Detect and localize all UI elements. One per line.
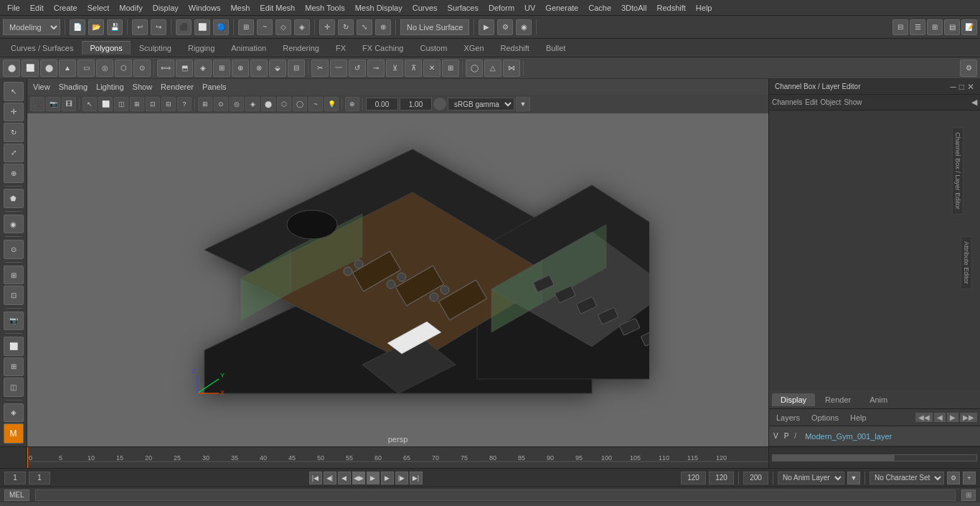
shelf-combine[interactable]: ⊕ [232,60,249,77]
channel-box-side-tab[interactable]: Channel Box / Layer Editor [952,127,963,215]
menu-mesh-display[interactable]: Mesh Display [351,2,407,14]
live-surface-btn[interactable]: No Live Surface [400,19,469,35]
tab-xgen[interactable]: XGen [456,41,491,55]
undo-btn[interactable]: ↩ [132,19,148,35]
vp-gamma-select[interactable]: sRGB gamma [448,98,514,111]
snapshot-btn[interactable]: ⬜ [4,337,24,356]
options-sub-tab[interactable]: Options [807,412,843,423]
move-tool-btn[interactable]: ✛ [319,19,335,35]
current-frame-input[interactable] [29,472,50,484]
tab-polygons[interactable]: Polygons [82,41,130,55]
prev-frame-btn[interactable]: ◀ [338,472,351,484]
shelf-fill-hole[interactable]: ⬙ [269,60,286,77]
scale-tool-btn[interactable]: ⤡ [357,19,372,35]
menu-create[interactable]: Create [50,2,82,14]
tab-custom[interactable]: Custom [413,41,456,55]
shelf-append-poly[interactable]: ⊞ [442,60,459,77]
shelf-collapse[interactable]: ⊻ [386,60,403,77]
vp-menu-renderer[interactable]: Renderer [161,83,194,91]
tab-rendering[interactable]: Rendering [275,41,327,55]
shelf-smooth[interactable]: ◯ [466,60,483,77]
vp-menu-panels[interactable]: Panels [202,83,227,91]
show-tab[interactable]: Show [844,98,862,106]
render-btn[interactable]: ▶ [479,19,494,35]
timeline-scrollbar[interactable] [772,454,977,462]
tab-curves-surfaces[interactable]: Curves / Surfaces [3,41,81,55]
rotate-mode-btn[interactable]: ↻ [4,123,24,142]
shelf-edge-flow[interactable]: 〰 [330,60,347,77]
tab-fx-caching[interactable]: FX Caching [354,41,411,55]
vp-cam2-btn[interactable]: 📷 [46,97,60,111]
timeline-ruler[interactable]: 0 5 10 15 20 25 30 35 40 45 50 55 60 65 … [27,447,768,468]
menu-mesh[interactable]: Mesh [226,2,254,14]
ui-layout-btn[interactable]: ⊟ [892,19,908,35]
vp-grid-btn[interactable]: ⊞ [198,97,212,111]
rp-maximize-btn[interactable]: □ [959,82,964,92]
quick-sel-btn[interactable]: ◈ [4,403,24,423]
shelf-merge-vert[interactable]: ⊼ [405,60,422,77]
char-set-dropdown[interactable]: No Character Set [870,472,944,484]
menu-3dtoall[interactable]: 3DtoAll [617,2,651,14]
prev-key-btn[interactable]: ◀| [324,472,336,484]
script-editor-btn[interactable]: 📝 [961,19,977,35]
grid-btn[interactable]: ⊞ [4,357,24,377]
tab-sculpting[interactable]: Sculpting [131,41,179,55]
shelf-cube[interactable]: ⬜ [22,60,39,77]
menu-deform[interactable]: Deform [484,2,519,14]
render-settings-btn[interactable]: ⚙ [497,19,513,35]
vp-color-mode-btn[interactable] [433,98,446,111]
menu-modify[interactable]: Modify [115,2,146,14]
shelf-cylinder[interactable]: ⬤ [40,60,57,77]
shelf-boolean[interactable]: ⊟ [288,60,305,77]
play-back-btn[interactable]: ◀▶ [352,472,365,484]
layer-nav-fwd[interactable]: ▶▶ [960,413,977,422]
vp-sel4-btn[interactable]: ⊞ [130,97,144,111]
mel-tag[interactable]: MEL [4,489,29,501]
shelf-torus[interactable]: ◎ [96,60,113,77]
universal-mode-btn[interactable]: ⊕ [4,164,24,183]
menu-uv[interactable]: UV [520,2,540,14]
open-scene-btn[interactable]: 📂 [88,19,104,35]
anim-layer-dropdown[interactable]: No Anim Layer [778,472,844,484]
go-start-btn[interactable]: |◀ [309,472,322,484]
vp-menu-lighting[interactable]: Lighting [96,83,124,91]
end-frame-input[interactable] [709,472,734,484]
shelf-separate[interactable]: ⊗ [250,60,268,77]
vp-sel3-btn[interactable]: ◫ [114,97,128,111]
save-scene-btn[interactable]: 💾 [107,19,123,35]
shelf-retopo[interactable]: ⋈ [503,60,520,77]
vp-menu-shading[interactable]: Shading [59,83,88,91]
vp-iso-btn[interactable]: ⊕ [345,97,359,111]
shelf-cone[interactable]: ▲ [59,60,76,77]
layer-nav-back[interactable]: ◀◀ [915,413,933,422]
redo-btn[interactable]: ↪ [151,19,166,35]
isolate-sel-btn[interactable]: ⊙ [4,240,24,259]
fps-input[interactable] [743,472,768,484]
tab-bullet[interactable]: Bullet [538,41,574,55]
maya-logo-btn[interactable]: M [4,423,24,444]
vp-menu-view[interactable]: View [33,83,50,91]
vp-xray-btn[interactable]: ◯ [293,97,307,111]
vp-sel1-btn[interactable]: ↖ [83,97,97,111]
camera-btn[interactable]: 📷 [4,311,24,331]
rotate-tool-btn[interactable]: ↻ [338,19,354,35]
workspace-dropdown[interactable]: Modeling [3,19,60,35]
render-tab[interactable]: Render [816,393,859,406]
timeline-scroll-thumb[interactable] [773,455,895,461]
layer-nav-prev[interactable]: ◀ [934,413,946,422]
vp-cam-btn[interactable]: 🎥 [30,97,44,111]
outliner-btn[interactable]: ▤ [944,19,960,35]
soft-sel-btn[interactable]: ◉ [4,215,24,234]
shelf-settings[interactable]: ⚙ [960,60,977,77]
snap-surface-btn[interactable]: ◈ [294,19,310,35]
new-scene-btn[interactable]: 📄 [70,19,85,35]
shelf-bridge[interactable]: ⊞ [213,60,230,77]
frame-all-btn[interactable]: ⊞ [4,266,24,285]
menu-windows[interactable]: Windows [184,2,225,14]
go-end-btn[interactable]: ▶| [410,472,423,484]
vp-sel2-btn[interactable]: ⬜ [98,97,113,111]
display-tab[interactable]: Display [772,393,815,406]
menu-cache[interactable]: Cache [584,2,616,14]
snap-point-btn[interactable]: ◇ [275,19,291,35]
shelf-mirror[interactable]: ⟺ [157,60,174,77]
